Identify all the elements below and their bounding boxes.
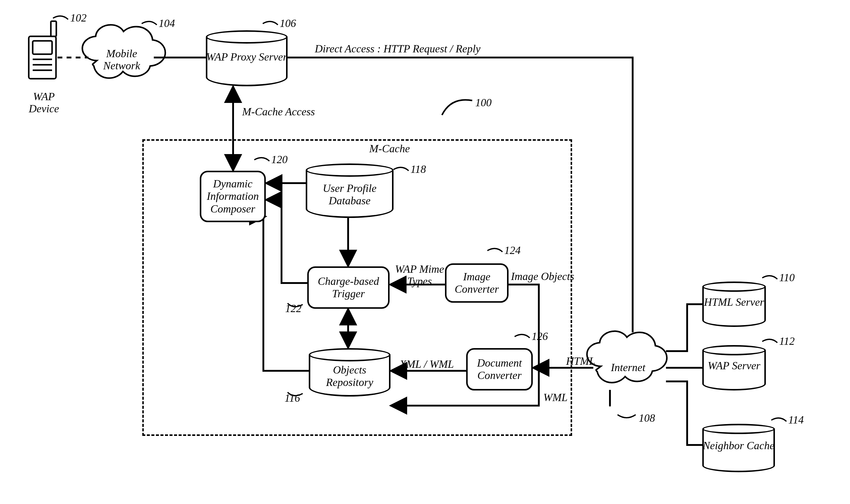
neighbor-cache-label: Neighbor Cache bbox=[702, 439, 775, 452]
direct-access-label: Direct Access : HTTP Request / Reply bbox=[315, 43, 481, 55]
dynamic-info-composer: Dynamic Information Composer bbox=[200, 171, 266, 222]
html-server: HTML Server bbox=[702, 282, 766, 327]
ref-118: 118 bbox=[411, 163, 426, 176]
charge-based-trigger-label: Charge-based Trigger bbox=[318, 275, 379, 300]
ref-122: 122 bbox=[285, 303, 302, 315]
ref-100: 100 bbox=[475, 97, 492, 109]
ref-108: 108 bbox=[639, 412, 655, 425]
m-cache-access-label: M-Cache Access bbox=[242, 106, 315, 118]
html-label: HTML bbox=[566, 355, 595, 367]
dynamic-info-composer-label: Dynamic Information Composer bbox=[207, 178, 259, 215]
svg-line-20 bbox=[666, 303, 702, 351]
mobile-network-label: Mobile Network bbox=[97, 48, 146, 72]
image-converter: Image Converter bbox=[445, 263, 509, 303]
svg-rect-0 bbox=[29, 36, 56, 79]
wap-server-label: WAP Server bbox=[702, 360, 766, 372]
ref-110: 110 bbox=[779, 272, 795, 284]
html-server-label: HTML Server bbox=[702, 296, 766, 308]
svg-rect-5 bbox=[51, 21, 56, 36]
user-profile-db: User Profile Database bbox=[306, 163, 394, 218]
image-converter-label: Image Converter bbox=[455, 271, 499, 296]
user-profile-db-label: User Profile Database bbox=[306, 182, 394, 208]
svg-point-19 bbox=[609, 405, 611, 407]
document-converter: Document Converter bbox=[466, 348, 533, 391]
wap-server: WAP Server bbox=[702, 345, 766, 391]
ref-106: 106 bbox=[280, 18, 296, 30]
objects-repository-label: Objects Repository bbox=[309, 364, 391, 389]
objects-repository: Objects Repository bbox=[309, 348, 391, 397]
wap-proxy-server: WAP Proxy Server bbox=[206, 30, 288, 86]
m-cache-label: M-Cache bbox=[369, 143, 410, 155]
charge-based-trigger: Charge-based Trigger bbox=[307, 266, 390, 309]
ref-104: 104 bbox=[159, 18, 175, 30]
ref-112: 112 bbox=[779, 336, 795, 347]
wap-proxy-server-label: WAP Proxy Server bbox=[206, 51, 288, 63]
wml-label: WML bbox=[543, 392, 567, 404]
wap-mime-types-label: WAP Mime Types bbox=[392, 263, 447, 287]
image-objects-label: Image Objects bbox=[511, 271, 574, 283]
ref-120: 120 bbox=[271, 154, 288, 166]
internet-label: Internet bbox=[611, 362, 645, 374]
ref-116: 116 bbox=[285, 392, 300, 404]
svg-rect-1 bbox=[33, 41, 52, 54]
ref-124: 124 bbox=[504, 245, 521, 257]
document-converter-label: Document Converter bbox=[477, 357, 522, 382]
ref-126: 126 bbox=[531, 330, 548, 343]
ref-102: 102 bbox=[70, 12, 87, 24]
xml-wml-label: XML / WML bbox=[400, 358, 454, 371]
ref-114: 114 bbox=[788, 414, 804, 426]
wap-device-label: WAP Device bbox=[24, 91, 64, 115]
neighbor-cache: Neighbor Cache bbox=[702, 424, 775, 472]
